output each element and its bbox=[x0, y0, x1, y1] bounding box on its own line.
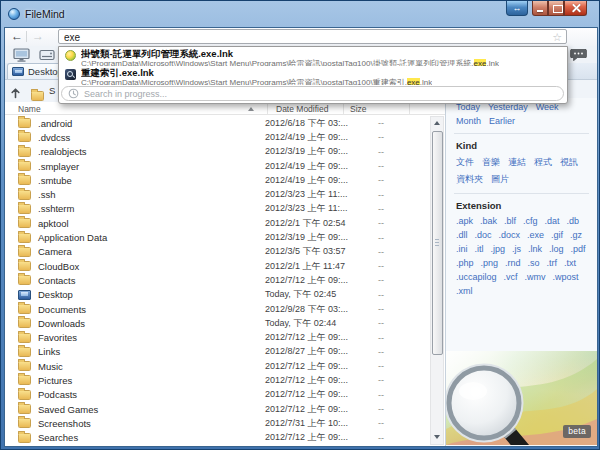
close-button[interactable] bbox=[564, 1, 587, 16]
file-date: 2012/8/27 上午 09:... bbox=[265, 345, 348, 358]
table-row[interactable]: Saved Games 2012/7/12 上午 09:... -- bbox=[7, 402, 430, 416]
scroll-down-button[interactable] bbox=[431, 431, 443, 444]
vertical-scrollbar[interactable] bbox=[430, 116, 444, 445]
kind-link[interactable]: 音樂 bbox=[482, 156, 500, 169]
date-filter-links: TodayYesterdayWeekMonthEarlier bbox=[456, 102, 589, 126]
table-row[interactable]: .smplayer 2012/4/19 上午 09:... -- bbox=[7, 159, 430, 173]
extension-link[interactable]: .jpg bbox=[491, 244, 506, 254]
file-size: -- bbox=[337, 404, 384, 414]
extension-link[interactable]: .docx bbox=[499, 230, 521, 240]
extension-link[interactable]: .exe bbox=[527, 230, 544, 240]
table-row[interactable]: .realobjects 2012/3/19 上午 09:... -- bbox=[7, 145, 430, 159]
filter-link[interactable]: Earlier bbox=[489, 116, 515, 126]
app-logo-icon bbox=[8, 8, 20, 20]
kind-link[interactable]: 文件 bbox=[456, 156, 474, 169]
maximize-button[interactable] bbox=[548, 1, 564, 16]
swap-window-button[interactable]: ↔ bbox=[506, 1, 528, 16]
extension-link[interactable]: .txt bbox=[564, 258, 576, 268]
kind-link[interactable]: 程式 bbox=[534, 156, 552, 169]
extension-link[interactable]: .vcf bbox=[504, 272, 518, 282]
file-date: 2012/2/1 上午 11:47 bbox=[265, 260, 345, 273]
extension-link[interactable]: .php bbox=[456, 258, 474, 268]
table-row[interactable]: .smtube 2012/4/19 上午 09:... -- bbox=[7, 173, 430, 187]
search-result[interactable]: 重建索引.exe.lnk C:\ProgramData\Microsoft\Wi… bbox=[59, 66, 567, 85]
extension-link[interactable]: .xml bbox=[456, 286, 473, 296]
extension-link[interactable]: .dat bbox=[545, 216, 560, 226]
location-text[interactable]: S bbox=[49, 85, 55, 96]
file-date: 2012/7/31 上午 10:... bbox=[265, 417, 348, 430]
table-row[interactable]: Music 2012/7/12 上午 09:... -- bbox=[7, 359, 430, 373]
search-input[interactable] bbox=[59, 30, 545, 43]
table-row[interactable]: Documents 2012/9/28 下午 03:... -- bbox=[7, 302, 430, 316]
file-date: 2012/4/19 上午 09:... bbox=[265, 160, 348, 173]
column-date-modified[interactable]: Date Modified bbox=[276, 104, 328, 114]
table-row[interactable]: Searches 2012/7/12 上午 09:... -- bbox=[7, 431, 430, 445]
table-row[interactable]: Desktop Today, 下午 02:45 -- bbox=[7, 288, 430, 302]
extension-link[interactable]: .png bbox=[481, 258, 499, 268]
file-name: Screenshots bbox=[38, 418, 91, 429]
search-result[interactable]: 掛號類-託運單列印管理系統.exe.lnk C:\ProgramData\Mic… bbox=[59, 47, 567, 66]
kind-link[interactable]: 連結 bbox=[508, 156, 526, 169]
extension-link[interactable]: .pdf bbox=[571, 244, 586, 254]
table-row[interactable]: CloudBox 2012/2/1 上午 11:47 -- bbox=[7, 259, 430, 273]
extension-link[interactable]: .doc bbox=[475, 230, 492, 240]
column-name[interactable]: Name bbox=[18, 104, 41, 114]
forward-button[interactable]: → bbox=[32, 29, 44, 43]
file-date: 2012/4/19 上午 09:... bbox=[265, 174, 348, 187]
file-size: -- bbox=[337, 361, 384, 371]
table-row[interactable]: Camera 2012/3/5 下午 03:57 -- bbox=[7, 245, 430, 259]
table-row[interactable]: .dvdcss 2012/4/19 上午 09:... -- bbox=[7, 130, 430, 144]
folder-icon bbox=[18, 218, 31, 228]
extension-link[interactable]: .dll bbox=[456, 230, 468, 240]
extension-link[interactable]: .wmv bbox=[525, 272, 546, 282]
extension-link[interactable]: .log bbox=[549, 244, 564, 254]
extension-link[interactable]: .blf bbox=[504, 216, 516, 226]
extension-link[interactable]: .itl bbox=[475, 244, 484, 254]
file-date: Today, 下午 02:45 bbox=[265, 288, 336, 301]
extension-link[interactable]: .so bbox=[528, 258, 540, 268]
table-row[interactable]: Downloads Today, 下午 02:44 -- bbox=[7, 316, 430, 330]
table-row[interactable]: Favorites 2012/7/12 上午 09:... -- bbox=[7, 330, 430, 344]
table-row[interactable]: Podcasts 2012/7/12 上午 09:... -- bbox=[7, 388, 430, 402]
extension-link[interactable]: .trf bbox=[547, 258, 558, 268]
path-suffix: .lnk bbox=[486, 59, 498, 66]
kind-link[interactable]: 視訊 bbox=[560, 156, 578, 169]
file-name: Podcasts bbox=[38, 389, 77, 400]
table-row[interactable]: Links 2012/8/27 上午 09:... -- bbox=[7, 345, 430, 359]
search-results-dropdown: 掛號類-託運單列印管理系統.exe.lnk C:\ProgramData\Mic… bbox=[58, 46, 568, 104]
extension-link[interactable]: .gif bbox=[551, 230, 563, 240]
table-row[interactable]: Contacts 2012/7/12 上午 09:... -- bbox=[7, 273, 430, 287]
folder-icon bbox=[18, 175, 31, 185]
file-size: -- bbox=[337, 261, 384, 271]
table-row[interactable]: .sshterm 2012/3/23 上午 11:... -- bbox=[7, 202, 430, 216]
table-row[interactable]: apktool 2012/2/1 下午 02:54 -- bbox=[7, 216, 430, 230]
scroll-up-button[interactable] bbox=[431, 117, 443, 130]
scrollbar-thumb[interactable] bbox=[432, 131, 443, 355]
extension-link[interactable]: .gz bbox=[570, 230, 582, 240]
up-one-level-button[interactable] bbox=[10, 85, 21, 103]
table-row[interactable]: .android 2012/6/18 下午 03:... -- bbox=[7, 116, 430, 130]
extension-link[interactable]: .uccapilog bbox=[456, 272, 497, 282]
table-row[interactable]: Screenshots 2012/7/31 上午 10:... -- bbox=[7, 416, 430, 430]
extension-link[interactable]: .bak bbox=[480, 216, 497, 226]
file-name: .android bbox=[38, 118, 72, 129]
kind-link[interactable]: 圖片 bbox=[491, 173, 509, 186]
extension-link[interactable]: .js bbox=[512, 244, 521, 254]
extension-link[interactable]: .cfg bbox=[523, 216, 538, 226]
kind-link[interactable]: 資料夾 bbox=[456, 173, 483, 186]
extension-link[interactable]: .db bbox=[567, 216, 580, 226]
file-size: -- bbox=[337, 333, 384, 343]
favorite-star-icon[interactable]: ☆ bbox=[552, 30, 562, 44]
back-button[interactable]: ← bbox=[11, 29, 23, 43]
extension-link[interactable]: .apk bbox=[456, 216, 473, 226]
filter-link[interactable]: Month bbox=[456, 116, 481, 126]
table-row[interactable]: .ssh 2012/3/23 上午 11:... -- bbox=[7, 187, 430, 201]
extension-link[interactable]: .wpost bbox=[553, 272, 579, 282]
extension-link[interactable]: .ini bbox=[456, 244, 468, 254]
extension-link[interactable]: .lnk bbox=[528, 244, 542, 254]
extension-link[interactable]: .rnd bbox=[505, 258, 521, 268]
minimize-button[interactable] bbox=[532, 1, 548, 16]
table-row[interactable]: Pictures 2012/7/12 上午 09:... -- bbox=[7, 373, 430, 387]
column-size[interactable]: Size bbox=[350, 104, 367, 114]
table-row[interactable]: Application Data 2012/3/19 上午 09:... -- bbox=[7, 230, 430, 244]
